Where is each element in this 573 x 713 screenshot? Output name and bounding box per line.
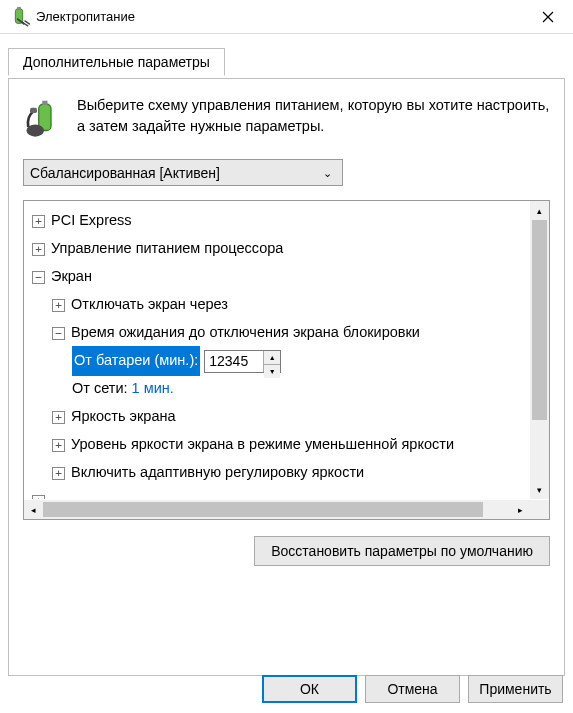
vscroll-thumb[interactable] xyxy=(532,220,547,420)
tree-item-cpu[interactable]: +Управление питанием процессора xyxy=(32,235,529,263)
expand-icon[interactable]: + xyxy=(52,411,65,424)
scroll-left-button[interactable]: ◂ xyxy=(24,500,43,519)
tree-item-brightness[interactable]: +Яркость экрана xyxy=(52,403,529,431)
scheme-selected-label: Сбалансированная [Активен] xyxy=(30,165,220,181)
titlebar: Электропитание xyxy=(0,0,573,34)
apply-button[interactable]: Применить xyxy=(468,675,563,703)
battery-value-input[interactable] xyxy=(205,351,263,372)
collapse-icon[interactable]: − xyxy=(32,271,45,284)
window-title: Электропитание xyxy=(36,9,525,24)
tree-item-battery[interactable]: От батареи (мин.): ▲ ▼ xyxy=(72,347,529,375)
expand-icon[interactable]: + xyxy=(52,299,65,312)
spin-down-button[interactable]: ▼ xyxy=(264,365,280,378)
settings-tree: +PCI Express +Управление питанием процес… xyxy=(23,200,550,520)
expand-icon[interactable]: + xyxy=(32,215,45,228)
spin-up-button[interactable]: ▲ xyxy=(264,351,280,365)
collapse-icon[interactable]: − xyxy=(52,327,65,340)
expand-icon[interactable]: + xyxy=(32,243,45,256)
intro-row: Выберите схему управления питанием, кото… xyxy=(23,95,550,141)
tree-item-ac[interactable]: От сети: 1 мин. xyxy=(72,375,529,403)
cancel-button[interactable]: Отмена xyxy=(365,675,460,703)
ok-button[interactable]: ОК xyxy=(262,675,357,703)
chevron-down-icon: ⌄ xyxy=(318,164,336,182)
scroll-right-button[interactable]: ▸ xyxy=(511,500,530,519)
tree-item-turnoff[interactable]: +Отключать экран через xyxy=(52,291,529,319)
ac-value[interactable]: 1 мин. xyxy=(132,375,174,403)
expand-icon[interactable]: + xyxy=(32,495,45,500)
hscroll-track[interactable] xyxy=(43,500,511,519)
tree-item-adaptive[interactable]: +Включить адаптивную регулировку яркости xyxy=(52,459,529,487)
svg-rect-5 xyxy=(30,108,37,113)
power-plan-icon xyxy=(23,99,65,141)
tree-item-partial[interactable]: + xyxy=(32,487,529,499)
intro-text: Выберите схему управления питанием, кото… xyxy=(77,95,550,137)
tree-item-lockwait[interactable]: −Время ожидания до отключения экрана бло… xyxy=(52,319,529,347)
restore-defaults-button[interactable]: Восстановить параметры по умолчанию xyxy=(254,536,550,566)
tree-item-pci[interactable]: +PCI Express xyxy=(32,207,529,235)
scroll-down-button[interactable]: ▾ xyxy=(530,480,549,499)
svg-rect-1 xyxy=(17,6,21,9)
svg-rect-3 xyxy=(42,101,47,105)
power-scheme-select[interactable]: Сбалансированная [Активен] ⌄ xyxy=(23,159,343,186)
ac-label: От сети: xyxy=(72,375,128,403)
horizontal-scrollbar[interactable]: ◂ ▸ xyxy=(24,500,530,519)
close-button[interactable] xyxy=(525,2,571,32)
tabstrip: Дополнительные параметры xyxy=(8,48,565,78)
hscroll-thumb[interactable] xyxy=(43,502,483,517)
battery-label: От батареи (мин.): xyxy=(72,346,200,376)
expand-icon[interactable]: + xyxy=(52,439,65,452)
tree-item-dimbrightness[interactable]: +Уровень яркости экрана в режиме уменьше… xyxy=(52,431,529,459)
power-icon xyxy=(8,6,30,28)
vertical-scrollbar[interactable]: ▴ ▾ xyxy=(530,201,549,499)
expand-icon[interactable]: + xyxy=(52,467,65,480)
tree-item-screen[interactable]: −Экран xyxy=(32,263,529,291)
scroll-up-button[interactable]: ▴ xyxy=(530,201,549,220)
vscroll-track[interactable] xyxy=(530,220,549,480)
tab-advanced[interactable]: Дополнительные параметры xyxy=(8,48,225,76)
battery-value-spinner[interactable]: ▲ ▼ xyxy=(204,350,281,373)
dialog-footer: ОК Отмена Применить xyxy=(262,675,563,703)
scroll-corner xyxy=(530,500,549,519)
tab-panel: Выберите схему управления питанием, кото… xyxy=(8,78,565,676)
